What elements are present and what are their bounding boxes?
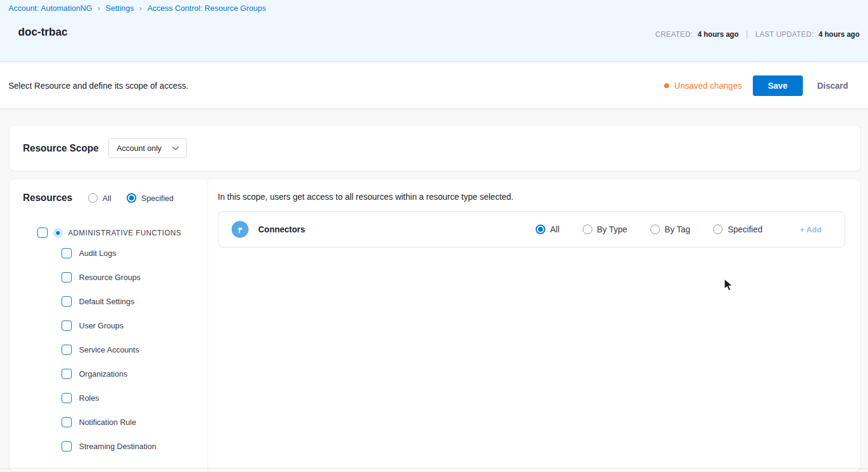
unsaved-changes-label: Unsaved changes bbox=[674, 81, 742, 91]
list-item-label: User Groups bbox=[79, 321, 124, 330]
discard-button[interactable]: Discard bbox=[814, 75, 852, 96]
checkbox[interactable] bbox=[62, 321, 72, 331]
list-item-label: Service Accounts bbox=[79, 345, 139, 354]
connectors-specified-label: Specified bbox=[727, 225, 762, 234]
list-item-notification-rule[interactable]: Notification Rule bbox=[10, 410, 207, 434]
connectors-specified-radio[interactable]: Specified bbox=[713, 225, 762, 234]
checkbox[interactable] bbox=[62, 369, 72, 379]
checkbox[interactable] bbox=[62, 417, 72, 427]
connectors-by-tag-radio[interactable]: By Tag bbox=[650, 225, 691, 234]
resources-card: Resources All Specified ADMINISTRATIVE F… bbox=[10, 179, 860, 471]
save-button[interactable]: Save bbox=[753, 75, 803, 96]
scope-description: In this scope, users get access to all r… bbox=[218, 192, 845, 202]
radio-checked-icon bbox=[536, 225, 545, 234]
list-item-label: Audit Logs bbox=[79, 249, 116, 258]
list-item-service-accounts[interactable]: Service Accounts bbox=[10, 337, 207, 362]
meta-divider: | bbox=[746, 30, 749, 39]
resource-group-administrative-functions[interactable]: ADMINISTRATIVE FUNCTIONS bbox=[37, 228, 207, 238]
created-label: CREATED: bbox=[655, 30, 692, 39]
checkbox[interactable] bbox=[62, 272, 72, 282]
checkbox[interactable] bbox=[62, 296, 72, 307]
page-header: Account: AutomationNG › Settings › Acces… bbox=[0, 0, 868, 62]
resources-specified-label: Specified bbox=[141, 194, 173, 203]
radio-icon bbox=[713, 225, 723, 234]
list-item-user-groups[interactable]: User Groups bbox=[10, 313, 207, 337]
created-value: 4 hours ago bbox=[698, 30, 739, 39]
connectors-by-type-label: By Type bbox=[597, 225, 627, 234]
toolbar-description: Select Resource and define its scope of … bbox=[8, 81, 188, 91]
resource-scope-dropdown[interactable]: Account only bbox=[108, 138, 187, 158]
bottom-divider bbox=[0, 468, 868, 469]
breadcrumb-account-link[interactable]: Account: AutomationNG bbox=[8, 4, 92, 13]
radio-checked-icon bbox=[127, 193, 136, 203]
resources-title: Resources bbox=[23, 193, 72, 203]
checkbox[interactable] bbox=[37, 228, 48, 238]
header-meta: CREATED: 4 hours ago | LAST UPDATED: 4 h… bbox=[655, 30, 860, 39]
group-label: ADMINISTRATIVE FUNCTIONS bbox=[68, 229, 182, 237]
resources-main-pane: In this scope, users get access to all r… bbox=[208, 179, 860, 471]
connectors-all-radio[interactable]: All bbox=[536, 225, 560, 234]
resources-all-radio[interactable]: All bbox=[88, 193, 111, 203]
list-item-label: Organizations bbox=[79, 369, 127, 378]
resource-scope-dropdown-value: Account only bbox=[116, 144, 161, 153]
breadcrumb-separator-icon: › bbox=[98, 4, 100, 13]
connectors-icon bbox=[232, 221, 249, 238]
resource-scope-title: Resource Scope bbox=[23, 143, 98, 154]
checkbox[interactable] bbox=[62, 441, 72, 451]
connectors-row: Connectors All By Type By Tag bbox=[218, 211, 845, 247]
resource-scope-card: Resource Scope Account only bbox=[10, 126, 860, 171]
unsaved-changes-indicator: Unsaved changes bbox=[664, 81, 742, 91]
list-item-streaming-destination[interactable]: Streaming Destination bbox=[10, 434, 207, 458]
breadcrumb-separator-icon: › bbox=[139, 4, 142, 13]
list-item-audit-logs[interactable]: Audit Logs bbox=[10, 241, 207, 265]
checkbox[interactable] bbox=[62, 248, 72, 258]
list-item-label: Streaming Destination bbox=[79, 442, 156, 451]
connectors-all-label: All bbox=[550, 225, 560, 234]
list-item-label: Roles bbox=[79, 394, 99, 403]
unsaved-dot-icon bbox=[664, 83, 669, 88]
list-item-resource-groups[interactable]: Resource Groups bbox=[10, 265, 207, 289]
connectors-by-tag-label: By Tag bbox=[665, 225, 691, 234]
content-area: Resource Scope Account only Resources Al… bbox=[0, 109, 868, 471]
radio-icon bbox=[88, 193, 98, 203]
connectors-access-options: All By Type By Tag Specified + Add bbox=[536, 225, 822, 234]
toolbar-actions: Unsaved changes Save Discard bbox=[664, 75, 852, 96]
radio-icon bbox=[650, 225, 660, 234]
list-item-roles[interactable]: Roles bbox=[10, 386, 207, 410]
checkbox[interactable] bbox=[62, 345, 72, 355]
list-item-label: Notification Rule bbox=[79, 418, 136, 427]
list-item-default-settings[interactable]: Default Settings bbox=[10, 289, 207, 313]
last-updated-label: LAST UPDATED: bbox=[755, 30, 814, 39]
resources-all-label: All bbox=[103, 194, 111, 203]
resources-header: Resources All Specified bbox=[10, 193, 207, 203]
breadcrumb-access-control-link[interactable]: Access Control: Resource Groups bbox=[147, 4, 266, 13]
radio-icon bbox=[583, 225, 592, 234]
connectors-by-type-radio[interactable]: By Type bbox=[583, 225, 627, 234]
list-item-label: Default Settings bbox=[79, 297, 135, 306]
list-item-organizations[interactable]: Organizations bbox=[10, 362, 207, 386]
resource-type-list: Audit Logs Resource Groups Default Setti… bbox=[10, 241, 207, 458]
list-item-label: Resource Groups bbox=[79, 273, 141, 282]
chevron-down-icon bbox=[172, 146, 179, 151]
resources-sidebar: Resources All Specified ADMINISTRATIVE F… bbox=[10, 179, 208, 471]
breadcrumb: Account: AutomationNG › Settings › Acces… bbox=[0, 0, 868, 13]
resources-specified-radio[interactable]: Specified bbox=[127, 193, 173, 203]
action-toolbar: Select Resource and define its scope of … bbox=[0, 62, 868, 109]
page-title: doc-trbac bbox=[18, 26, 68, 39]
breadcrumb-settings-link[interactable]: Settings bbox=[106, 4, 134, 13]
last-updated-value: 4 hours ago bbox=[819, 30, 860, 39]
checkbox[interactable] bbox=[62, 393, 72, 403]
administrative-functions-icon bbox=[53, 228, 63, 238]
add-resources-link[interactable]: + Add bbox=[800, 225, 822, 234]
resource-name: Connectors bbox=[258, 225, 305, 234]
